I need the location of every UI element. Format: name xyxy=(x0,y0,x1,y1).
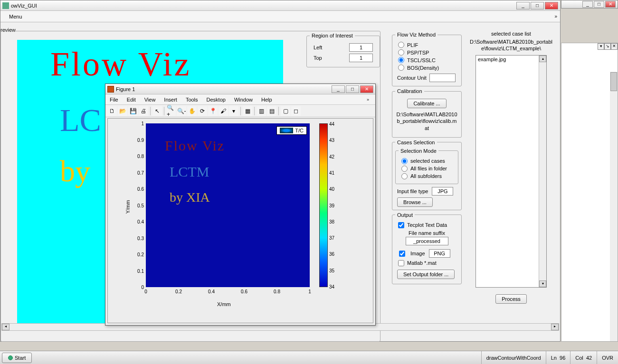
colorbar-tick: 35 xyxy=(329,268,334,273)
rotate-icon[interactable]: ⟳ xyxy=(198,106,207,116)
image-format-input[interactable] xyxy=(429,249,450,258)
status-col: Col 42 xyxy=(570,351,597,364)
colorbar[interactable]: 3435363738394041424344 xyxy=(319,123,328,287)
menu-insert[interactable]: Insert xyxy=(160,97,181,103)
menu-view[interactable]: View xyxy=(140,97,160,103)
calibration-legend: Calibration xyxy=(395,88,424,94)
panel-arrow-icon[interactable]: ↘ xyxy=(604,43,611,50)
roi-legend: Region of Interest xyxy=(310,33,355,38)
colorbar-tick: 38 xyxy=(329,219,334,224)
browse-button[interactable]: Browse ... xyxy=(397,197,433,207)
scroll-right-icon[interactable]: ▸ xyxy=(551,324,559,330)
maximize-button[interactable]: □ xyxy=(531,2,544,9)
radio-plif[interactable]: PLIF xyxy=(398,42,456,48)
x-tick: 0.2 xyxy=(175,289,182,294)
scroll-left-icon[interactable]: ◂ xyxy=(2,324,10,330)
main-titlebar[interactable]: owViz_GUI _ □ ✕ xyxy=(0,0,560,11)
bg-min-button[interactable]: _ xyxy=(582,1,593,8)
status-function: drawContourWithCoord xyxy=(481,351,546,364)
y-tick: 0.8 xyxy=(137,154,144,159)
status-ovr: OVR xyxy=(597,351,618,364)
axes[interactable]: Flow Viz LCTM by XIA T/C 00.10.20.30.40.… xyxy=(146,123,310,287)
brush-icon[interactable]: 🖌 xyxy=(219,106,228,116)
minimize-button[interactable]: _ xyxy=(516,2,530,9)
hide-icon[interactable]: ▢ xyxy=(281,106,290,116)
process-button[interactable]: Process xyxy=(495,294,527,304)
menu-tools[interactable]: Tools xyxy=(181,97,202,103)
fig-close-button[interactable]: ✕ xyxy=(360,85,373,93)
y-tick: 0.3 xyxy=(137,235,144,241)
suffix-input[interactable] xyxy=(406,237,448,245)
scroll-down-icon[interactable]: ▾ xyxy=(539,280,546,287)
input-filetype-label: Input file type xyxy=(397,188,428,194)
set-output-folder-button[interactable]: Set Output folder ... xyxy=(397,270,455,279)
radio-tscl-sslc[interactable]: TSCL/SSLC xyxy=(398,57,456,63)
legend-icon[interactable]: ▥ xyxy=(257,106,266,116)
panel-close-icon[interactable]: ✕ xyxy=(611,43,618,50)
checkbox-tecplot[interactable]: Tecplot Text Data xyxy=(398,222,456,228)
checkbox-image[interactable] xyxy=(399,251,405,257)
input-filetype-field[interactable] xyxy=(432,187,453,196)
zoom-out-icon[interactable]: 🔍- xyxy=(177,106,186,116)
close-button[interactable]: ✕ xyxy=(545,2,558,9)
menu-help[interactable]: Help xyxy=(257,97,276,103)
checkbox-matlab-mat[interactable]: Matlab *.mat xyxy=(398,260,456,266)
start-button[interactable]: Start xyxy=(2,353,32,363)
bg-max-button[interactable]: □ xyxy=(594,1,604,8)
subplot-icon[interactable]: ▤ xyxy=(267,106,276,116)
radio-selected-cases[interactable]: selected cases xyxy=(401,158,452,164)
cases-selection-fieldset: Cases Selection Selection Mode selected … xyxy=(392,140,462,210)
pointer-icon[interactable]: ↖ xyxy=(152,106,162,116)
roi-top-input[interactable] xyxy=(349,54,373,62)
menu-edit[interactable]: Edit xyxy=(123,97,140,103)
print-icon[interactable]: 🖨 xyxy=(139,106,148,116)
figure-titlebar[interactable]: Figure 1 _ □ ✕ xyxy=(105,84,375,94)
cases-legend: Cases Selection xyxy=(395,140,437,145)
output-fieldset: Output Tecplot Text Data File name suffi… xyxy=(392,212,462,284)
flowviz-legend: Flow Viz Method xyxy=(395,32,437,37)
open-file-icon[interactable]: 📂 xyxy=(118,106,127,116)
status-line: Ln 96 xyxy=(546,351,570,364)
radio-all-subfolders[interactable]: All subfolders xyxy=(401,173,452,179)
bg-close-button[interactable]: ✕ xyxy=(605,1,616,8)
contour-unit-input[interactable] xyxy=(429,74,456,82)
figure-window: Figure 1 _ □ ✕ File Edit View Insert Too… xyxy=(105,84,376,326)
panel-icon[interactable]: ▾ xyxy=(598,43,604,50)
save-icon[interactable]: 💾 xyxy=(128,106,138,116)
fig-maximize-button[interactable]: □ xyxy=(346,85,359,93)
link-icon[interactable]: ▾ xyxy=(229,106,238,116)
output-legend: Output xyxy=(395,212,415,218)
dock-icon[interactable]: ◻ xyxy=(291,106,301,116)
radio-all-files[interactable]: All files in folder xyxy=(401,166,452,172)
x-tick: 1 xyxy=(308,289,311,294)
case-listbox[interactable]: example.jpg ▴ ▾ xyxy=(475,55,547,288)
scroll-up-icon[interactable]: ▴ xyxy=(539,56,546,62)
pan-icon[interactable]: ✋ xyxy=(187,106,197,116)
menubar-chevron-icon[interactable]: » xyxy=(554,14,557,19)
figure-title: Figure 1 xyxy=(116,86,332,92)
bg-vertical-scrollbar[interactable] xyxy=(610,72,618,341)
matlab-figure-icon xyxy=(107,86,114,93)
new-file-icon[interactable]: 🗋 xyxy=(107,106,117,116)
radio-bos-density[interactable]: BOS(Density) xyxy=(398,65,456,71)
colorbar-tick: 42 xyxy=(329,154,334,159)
list-item[interactable]: example.jpg xyxy=(476,56,546,63)
listbox-scrollbar[interactable]: ▴ ▾ xyxy=(539,56,546,287)
menu-file[interactable]: File xyxy=(105,97,123,103)
calibrate-button[interactable]: Calibrate ... xyxy=(407,99,446,108)
figure-toolbar: 🗋📂💾🖨↖🔍+🔍-✋⟳📍🖌▾▦▥▤▢◻ xyxy=(105,105,375,117)
menu-item-menu[interactable]: Menu xyxy=(5,14,26,19)
fig-minimize-button[interactable]: _ xyxy=(332,85,345,93)
colorbar-icon[interactable]: ▦ xyxy=(243,106,252,116)
zoom-in-icon[interactable]: 🔍+ xyxy=(166,106,176,116)
menu-desktop[interactable]: Desktop xyxy=(202,97,230,103)
fig-menu-chevron-icon[interactable]: » xyxy=(362,97,373,102)
roi-left-input[interactable] xyxy=(349,43,373,52)
legend-box[interactable]: T/C xyxy=(276,126,307,135)
colorbar-tick: 43 xyxy=(329,138,334,143)
radio-psp-tsp[interactable]: PSP/TSP xyxy=(398,49,456,56)
y-tick: 1 xyxy=(141,121,144,126)
menu-window[interactable]: Window xyxy=(230,97,257,103)
x-tick: 0.4 xyxy=(208,289,215,294)
data-cursor-icon[interactable]: 📍 xyxy=(208,106,218,116)
